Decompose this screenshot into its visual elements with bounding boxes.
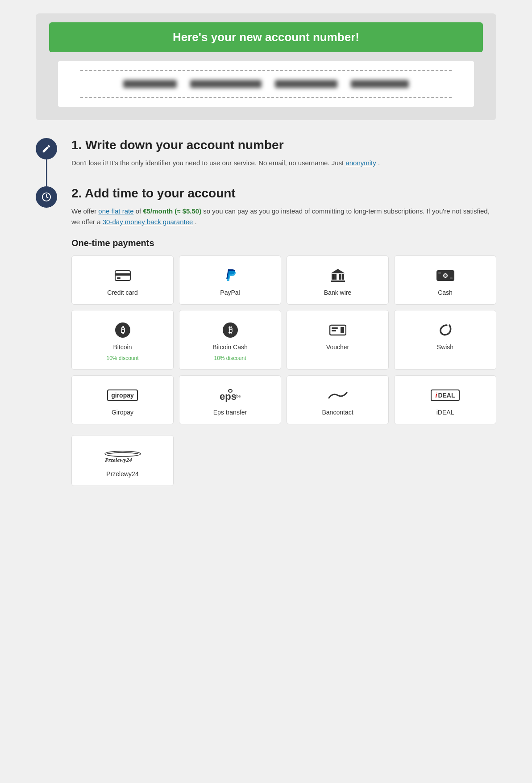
step-1-icon <box>36 138 57 159</box>
svg-rect-7 <box>339 274 341 280</box>
step-2-body-mid: of <box>136 207 143 215</box>
blur-block-4 <box>351 80 409 88</box>
payment-swish[interactable]: Swish <box>394 310 496 370</box>
payment-bank-wire[interactable]: Bank wire <box>287 255 389 305</box>
step-1-body: Don't lose it! It's the only identifier … <box>71 158 496 168</box>
svg-rect-22 <box>332 330 336 331</box>
bitcoin-cash-icon: ₿ <box>222 321 238 339</box>
bank-icon <box>330 267 346 285</box>
blurred-number <box>76 76 456 92</box>
payment-voucher[interactable]: Voucher <box>287 310 389 370</box>
blur-block-2 <box>190 80 262 88</box>
rate-price: €5/month (≈ $5.50) <box>143 207 201 215</box>
svg-rect-14 <box>438 272 441 274</box>
bitcoin-label: Bitcoin <box>113 343 132 351</box>
svg-rect-15 <box>450 277 453 279</box>
bitcoin-cash-label: Bitcoin Cash <box>212 343 248 351</box>
payment-ideal[interactable]: iDEAL iDEAL <box>394 375 496 424</box>
payment-paypal[interactable]: PayPal <box>179 255 281 305</box>
eps-icon: eps überweisung <box>220 386 241 404</box>
bitcoin-icon: ₿ <box>115 321 131 339</box>
ideal-label: iDEAL <box>436 409 454 416</box>
step-2-body: We offer one flat rate of €5/month (≈ $5… <box>71 206 496 227</box>
svg-text:Przelewy24: Przelewy24 <box>105 456 132 463</box>
svg-rect-3 <box>117 277 121 279</box>
payment-przelewy24[interactable]: Przelewy24 Przelewy24 <box>71 435 174 486</box>
flat-rate-link[interactable]: one flat rate <box>98 207 133 215</box>
cash-icon <box>436 267 454 285</box>
bitcoin-cash-discount: 10% discount <box>214 355 246 361</box>
step-1-body-text: Don't lose it! It's the only identifier … <box>71 159 345 167</box>
credit-card-label: Credit card <box>107 289 137 296</box>
payment-bitcoin[interactable]: ₿ Bitcoin 10% discount <box>71 310 174 370</box>
blur-block-3 <box>275 80 337 88</box>
bancontact-label: Bancontact <box>322 409 353 416</box>
guarantee-link[interactable]: 30-day money back guarantee <box>103 218 193 226</box>
svg-point-27 <box>105 451 141 456</box>
step-1-body-end: . <box>378 159 380 167</box>
giropay-label: Giropay <box>112 409 133 416</box>
voucher-label: Voucher <box>326 343 349 351</box>
clock-icon <box>42 192 51 202</box>
giropay-icon: giropay <box>107 386 138 404</box>
cash-label: Cash <box>438 289 453 296</box>
svg-rect-23 <box>341 327 344 333</box>
pencil-icon <box>42 144 51 154</box>
account-number-ticket <box>58 61 474 107</box>
eps-label: Eps transfer <box>213 409 247 416</box>
przelewy24-icon: Przelewy24 <box>103 446 143 466</box>
svg-rect-5 <box>332 274 334 280</box>
payment-cash[interactable]: Cash <box>394 255 496 305</box>
svg-rect-2 <box>115 273 130 276</box>
step-1: 1. Write down your account number Don't … <box>71 138 496 168</box>
account-banner-container: Here's your new account number! <box>36 13 496 120</box>
payment-grid: Credit card PayPal <box>71 255 496 486</box>
payment-bitcoin-cash[interactable]: ₿ Bitcoin Cash 10% discount <box>179 310 281 370</box>
svg-rect-9 <box>331 281 345 282</box>
step-2-title: 2. Add time to your account <box>71 186 496 201</box>
anonymity-link[interactable]: anonymity <box>345 159 376 167</box>
voucher-icon <box>329 321 346 339</box>
step-1-title: 1. Write down your account number <box>71 138 496 152</box>
svg-rect-6 <box>334 274 337 280</box>
blur-block-1 <box>123 80 177 88</box>
step-1-line <box>46 159 47 186</box>
ideal-icon: iDEAL <box>431 386 459 404</box>
payment-giropay[interactable]: giropay Giropay <box>71 375 174 424</box>
svg-rect-8 <box>342 274 344 280</box>
svg-text:₿: ₿ <box>121 326 125 335</box>
swish-label: Swish <box>437 343 453 351</box>
svg-marker-4 <box>331 269 345 273</box>
paypal-icon <box>223 267 237 285</box>
bancontact-icon <box>328 386 348 404</box>
credit-card-icon <box>115 267 131 285</box>
step-2: 2. Add time to your account We offer one… <box>71 186 496 486</box>
paypal-label: PayPal <box>220 289 240 296</box>
step-2-body-before: We offer <box>71 207 98 215</box>
swish-icon <box>437 321 454 339</box>
steps-container: 1. Write down your account number Don't … <box>36 138 496 486</box>
svg-point-13 <box>444 274 447 277</box>
payment-eps[interactable]: eps überweisung Eps transfer <box>179 375 281 424</box>
account-banner-title: Here's your new account number! <box>49 22 483 52</box>
svg-rect-21 <box>332 327 338 329</box>
one-time-payments-title: One-time payments <box>71 238 496 248</box>
bank-wire-label: Bank wire <box>324 289 351 296</box>
bitcoin-discount: 10% discount <box>106 355 138 361</box>
payment-credit-card[interactable]: Credit card <box>71 255 174 305</box>
step-2-body-end: . <box>195 218 197 226</box>
step-2-icon <box>36 186 57 208</box>
one-time-payments-section: One-time payments Credit card <box>71 238 496 486</box>
payment-bancontact[interactable]: Bancontact <box>287 375 389 424</box>
przelewy24-label: Przelewy24 <box>106 470 138 477</box>
svg-text:überweisung: überweisung <box>234 394 241 398</box>
svg-text:₿: ₿ <box>228 326 232 335</box>
